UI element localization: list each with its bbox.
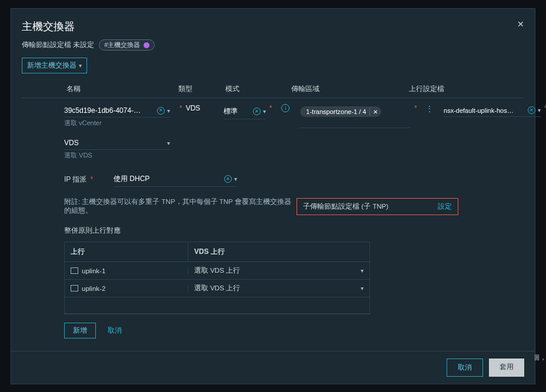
info-icon[interactable]: i [281,104,289,112]
chevron-down-icon: ▾ [263,108,266,115]
dialog-footer: 取消 套用 [11,351,535,384]
col-uplink: 上行設定檔 [409,84,524,94]
sub-tnp-box: 子傳輸節點設定檔 (子 TNP) 設定 [297,198,458,215]
cancel-link[interactable]: 取消 [108,326,122,336]
configure-sub-tnp-link[interactable]: 設定 [438,202,452,211]
port-icon [71,285,78,292]
port-icon [71,267,78,274]
transport-zone-select[interactable]: 1-transportzone-1 / 4 ✕ [300,104,411,128]
clear-icon[interactable]: ✕ [528,106,535,114]
table-row-empty [65,297,369,314]
col-mode: 模式 [225,84,291,94]
uplink-profile-select[interactable]: nsx-default-uplink-hos… ✕ ▾ [444,104,541,117]
breadcrumb: 傳輸節點設定檔 未設定 [22,40,94,50]
th-vds-uplink: VDS 上行 [188,242,369,262]
chevron-down-icon: ▾ [167,108,170,114]
required-indicator: * [179,104,182,112]
ip-assign-select[interactable]: 使用 DHCP ✕ ▾ [114,172,237,187]
vds-uplink-select[interactable]: 選取 VDS 上行 ▾ [188,266,369,275]
dialog-apply-button[interactable]: 套用 [489,359,524,377]
chevron-down-icon: ▾ [538,107,541,113]
chevron-down-icon: ▾ [234,176,237,182]
more-actions-icon[interactable]: ⋮ [425,104,434,113]
table-row: uplink-1 選取 VDS 上行 ▾ [65,262,369,280]
uplink-name: uplink-1 [82,267,105,274]
th-uplink: 上行 [65,242,188,262]
tag-badge[interactable]: #主機交換器 [99,39,155,51]
vcenter-select[interactable]: 39c5d19e-1db6-4074-… ✕ ▾ [64,104,170,118]
column-headers: 名稱 類型 模式 傳輸區域 上行設定檔 [22,84,524,98]
mode-select[interactable]: 標準 ✕ ▾ [224,104,266,119]
vds-uplink-select[interactable]: 選取 VDS 上行 ▾ [188,284,369,293]
uplink-name: uplink-2 [82,285,105,292]
host-switch-dialog: ✕ 主機交換器 傳輸節點設定檔 未設定 #主機交換器 新增主機交換器 ▾ 名稱 … [11,8,535,384]
table-row: uplink-2 選取 VDS 上行 ▾ [65,280,369,297]
clear-icon[interactable]: ✕ [253,108,261,115]
vds-select[interactable]: VDS ▾ [64,136,170,150]
chevron-down-icon: ▾ [361,267,364,274]
note-text: 附註: 主機交換器可以有多重子 TNP，其中每個子 TNP 會覆寫主機交換器的組… [64,197,297,215]
sub-tnp-label: 子傳輸節點設定檔 (子 TNP) [303,202,388,211]
col-type: 類型 [178,84,225,94]
uplink-mapping-label: 整併原則上行對應 [64,226,546,236]
tag-badge-label: #主機交換器 [104,41,140,49]
clear-icon[interactable]: ✕ [157,107,165,115]
dialog-cancel-button[interactable]: 取消 [447,359,483,377]
vds-helper: 選取 VDS [64,151,176,160]
col-name: 名稱 [66,84,178,94]
add-button[interactable]: 新增 [64,323,96,339]
vcenter-helper: 選取 vCenter [64,119,176,128]
clear-icon[interactable]: ✕ [224,175,232,183]
type-value: VDS [186,104,224,112]
uplink-mapping-table: 上行 VDS 上行 uplink-1 選取 VDS 上行 ▾ [64,242,370,314]
add-host-switch-button[interactable]: 新增主機交換器 ▾ [22,58,87,73]
ip-assign-label: IP 指派 [64,175,86,183]
chevron-down-icon: ▾ [361,285,364,292]
chevron-down-icon: ▾ [79,62,82,69]
chip-remove-icon[interactable]: ✕ [369,108,378,116]
required-indicator: * [414,104,417,112]
badge-indicator-icon [144,42,149,48]
transport-zone-chip[interactable]: 1-transportzone-1 / 4 ✕ [300,106,381,117]
required-indicator: * [269,104,272,112]
chevron-down-icon: ▾ [167,140,170,146]
dialog-title: 主機交換器 [22,19,524,33]
col-zone: 傳輸區域 [291,84,409,94]
close-icon[interactable]: ✕ [517,19,524,29]
